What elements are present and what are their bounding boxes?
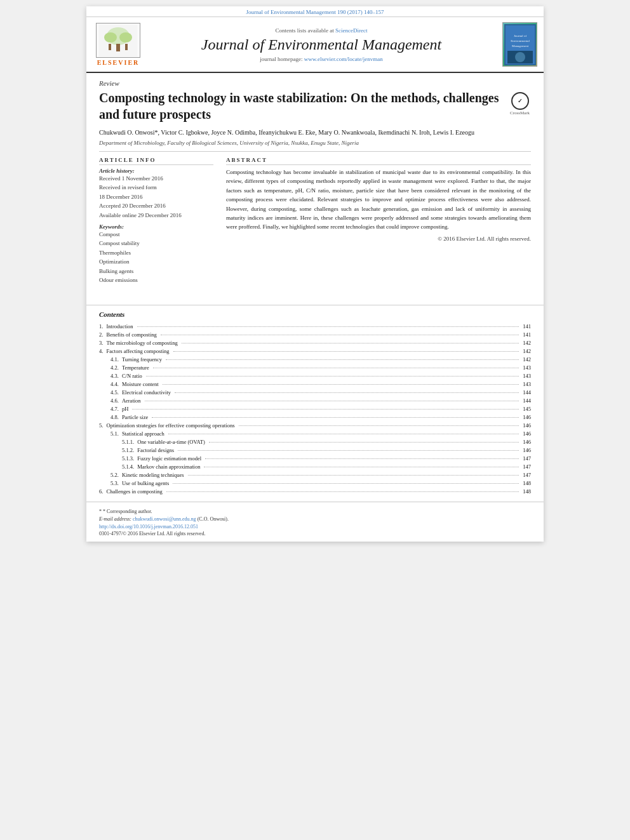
toc-cell: 4.6. Aeration 144 [99,396,531,404]
info-abstract-row: ARTICLE INFO Article history: Received 1… [99,157,531,288]
crossmark: ✓ CrossMark [509,92,531,116]
toc-num: 4.4. [111,381,120,387]
journal-info: Contents lists available at ScienceDirec… [150,22,493,67]
toc-row: 1. Introduction 141 [99,322,531,330]
toc-item-label: Optimization strategies for effective co… [107,422,235,429]
toc-page: 142 [523,340,531,346]
svg-text:Environmental: Environmental [511,39,530,43]
toc-dots [182,343,519,343]
toc-cell: 4.8. Particle size 146 [99,413,531,421]
keyword-4: Optimization [99,257,213,266]
journal-reference: Journal of Environmental Management 190 … [86,6,544,17]
sciencedirect-link[interactable]: ScienceDirect [335,27,367,34]
corresponding-author-note: * * Corresponding author. [99,509,531,514]
toc-item-label: The microbiology of composting [107,340,178,346]
revised-label: Received in revised form [99,183,213,192]
issn-line: 0301-4797/© 2016 Elsevier Ltd. All right… [99,531,531,537]
online-date: Available online 29 December 2016 [99,211,213,220]
toc-dots [161,335,519,335]
toc-page: 142 [523,356,531,363]
keyword-3: Thermophiles [99,248,213,257]
article-body: Review Composting technology in waste st… [86,73,544,300]
toc-num: 5.1.2. [122,447,135,453]
toc-dots [239,425,519,426]
toc-cell: 5. Optimization strategies for effective… [99,421,531,429]
toc-dots [173,483,519,484]
homepage-link[interactable]: www.elsevier.com/locate/jenvman [304,56,383,62]
toc-row: 5.3. Use of bulking agents 148 [99,479,531,487]
toc-row: 2. Benefits of composting 141 [99,330,531,338]
received-date: Received 1 November 2016 [99,174,213,183]
toc-table: 1. Introduction 141 2. Benefits of compo… [99,322,531,495]
toc-dots [145,401,519,401]
toc-num: 5.1.3. [122,455,135,462]
toc-row: 4.1. Turning frequency 142 [99,355,531,363]
toc-num: 6. [99,488,105,495]
toc-dots [204,467,519,467]
journal-cover-image: Journal of Environmental Management [502,22,537,67]
toc-item-label: Kinetic modeling techniques [122,472,184,478]
abstract-panel: ABSTRACT Composting technology has becom… [226,157,531,288]
toc-dots [166,491,519,492]
toc-row: 4.5. Electrical conductivity 144 [99,388,531,396]
toc-cell: 5.1.2. Factorial designs 146 [99,446,531,454]
elsevier-text: ELSEVIER [97,59,140,66]
toc-cell: 5.1. Statistical approach 146 [99,429,531,437]
toc-row: 5. Optimization strategies for effective… [99,421,531,429]
abstract-text: Composting technology has become invalua… [226,168,531,232]
toc-dots [166,359,519,360]
toc-item-label: Particle size [122,414,148,420]
toc-row: 4.4. Moisture content 143 [99,380,531,388]
toc-page: 146 [523,447,531,453]
svg-rect-2 [116,44,120,51]
toc-page: 147 [523,455,531,462]
toc-item-label: Electrical conductivity [122,389,171,396]
toc-num: 4.5. [111,389,120,396]
toc-num: 5.1.1. [122,439,135,445]
toc-dots [188,475,519,476]
svg-point-4 [119,32,132,43]
toc-cell: 4.2. Temperature 143 [99,363,531,371]
doi-link[interactable]: http://dx.doi.org/10.1016/j.jenvman.2016… [99,524,198,530]
toc-page: 143 [523,373,531,379]
toc-item-label: Introduction [107,323,133,330]
toc-dots [152,417,519,418]
toc-item-label: Statistical approach [122,430,164,437]
contents-available-line: Contents lists available at ScienceDirec… [150,27,493,34]
svg-rect-6 [125,44,128,50]
toc-page: 147 [523,463,531,470]
svg-point-3 [104,32,117,43]
toc-item-label: Aeration [122,397,141,404]
toc-page: 146 [523,422,531,429]
article-type: Review [99,79,531,87]
toc-cell: 6. Challenges in composting 148 [99,487,531,495]
toc-item-label: C/N ratio [122,373,142,379]
toc-num: 1. [99,323,105,330]
toc-dots [205,458,519,459]
toc-num: 4.6. [111,397,120,404]
svg-text:Journal of: Journal of [513,34,526,37]
toc-num: 4.3. [111,373,120,379]
toc-cell: 5.1.1. One variable-at-a-time (OVAT) 146 [99,437,531,446]
email-note: (C.O. Onwosi). [198,516,229,522]
svg-point-13 [515,52,525,62]
toc-cell: 4.3. C/N ratio 143 [99,371,531,380]
toc-row: 5.1.2. Factorial designs 146 [99,446,531,454]
table-of-contents: Contents 1. Introduction 141 2. Benefits… [86,310,544,502]
toc-item-label: Fuzzy logic estimation model [137,455,201,462]
toc-item-label: Use of bulking agents [122,480,169,486]
title-row: Composting technology in waste stabiliza… [99,90,531,123]
toc-item-label: pH [122,406,128,412]
elsevier-logo-image [96,23,140,58]
toc-page: 144 [523,389,531,396]
revised-date: 18 December 2016 [99,192,213,201]
toc-num: 4.8. [111,414,120,420]
email-link[interactable]: chukwudi.onwosi@unn.edu.ng [133,516,196,522]
toc-row: 6. Challenges in composting 148 [99,487,531,495]
toc-num: 5.1.4. [122,463,135,470]
accepted-date: Accepted 20 December 2016 [99,201,213,210]
toc-page: 144 [523,397,531,404]
toc-num: 5.3. [111,480,120,486]
toc-item-label: Factorial designs [137,447,174,453]
toc-row: 5.1.3. Fuzzy logic estimation model 147 [99,454,531,462]
